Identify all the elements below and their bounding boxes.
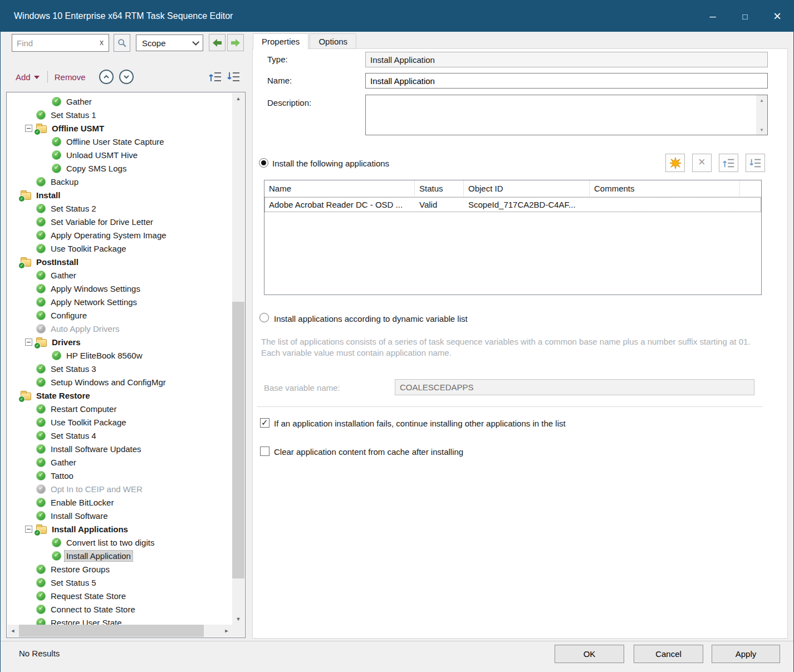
expand-all-button[interactable] [208,70,223,85]
ok-button[interactable]: OK [555,645,624,663]
tab-properties[interactable]: Properties [253,33,308,50]
name-input[interactable] [365,73,768,89]
description-input[interactable] [366,95,756,135]
tree-item[interactable]: Restore User State [7,616,232,625]
tree-item[interactable]: Setup Windows and ConfigMgr [7,375,232,389]
tree-item[interactable]: Set Variable for Drive Letter [7,215,232,228]
column-header-comments[interactable]: Comments [590,180,740,197]
scope-dropdown[interactable]: Scope [136,35,203,51]
step-success-icon [52,97,61,106]
find-next-button[interactable] [227,34,244,51]
tree-item[interactable]: Offline User State Capture [7,135,232,148]
tree-item-label: Apply Operating System Image [49,230,168,241]
search-button[interactable] [114,34,130,52]
tree-item[interactable]: Auto Apply Drivers [7,322,232,335]
scroll-right-icon[interactable]: ► [221,625,232,637]
column-header-object-id[interactable]: Object ID [464,180,590,197]
base-variable-label: Base variable name: [264,383,340,393]
move-application-up-button[interactable] [719,154,738,172]
tree-group[interactable]: Offline USMT [7,121,232,135]
tree-item[interactable]: Set Status 1 [7,108,232,121]
type-field: Install Application [365,52,768,67]
app-table-row[interactable]: Adobe Acrobat Reader DC - OSD ...ValidSc… [264,197,761,212]
tree-item[interactable]: Set Status 2 [7,202,232,215]
tree-item[interactable]: Gather [7,268,232,282]
move-step-up-button[interactable] [99,70,114,84]
tree-group[interactable]: Install [7,188,232,202]
chevron-down-icon [122,72,131,81]
tree-group[interactable]: PostInstall [7,255,232,268]
tree-item-label: Tattoo [49,470,75,481]
tree-item[interactable]: Apply Windows Settings [7,282,232,295]
clear-find-icon[interactable]: x [99,38,109,48]
remove-button[interactable]: Remove [55,72,86,82]
tree-item[interactable]: Convert list to two digits [7,536,232,549]
tree-group[interactable]: Install Applications [7,522,232,536]
clear-cache-checkbox[interactable] [260,447,269,456]
tree-horizontal-scrollbar[interactable]: ◄ ► [7,625,232,637]
scroll-up-icon[interactable]: ▲ [756,95,767,105]
tree-item[interactable]: Use Toolkit Package [7,415,232,429]
horizontal-scrollbar-thumb[interactable] [19,625,204,637]
step-success-icon [36,618,46,625]
tree-item-label: Opt In to CEIP and WER [49,484,144,494]
collapse-expander-icon[interactable] [25,339,32,346]
tree-item[interactable]: Request State Store [7,589,232,602]
continue-on-fail-checkbox[interactable] [260,418,269,428]
tree-item[interactable]: Install Application [7,549,232,562]
close-button[interactable]: × [761,1,793,32]
tree-vertical-scrollbar[interactable]: ▲ ▼ [232,93,244,625]
scroll-left-icon[interactable]: ◄ [7,625,18,637]
column-header-name[interactable]: Name [264,180,415,197]
cancel-button[interactable]: Cancel [634,645,703,663]
collapse-all-button[interactable] [226,70,241,85]
add-button[interactable]: Add [16,72,40,82]
tab-options[interactable]: Options [310,33,356,49]
find-input[interactable] [12,38,99,48]
move-application-down-button[interactable] [746,154,765,172]
tree-item[interactable]: Gather [7,455,232,469]
collapse-expander-icon[interactable] [25,526,32,533]
tree-item[interactable]: Gather [7,95,232,108]
tree-item[interactable]: Connect to State Store [7,602,232,616]
tree-item[interactable]: Apply Operating System Image [7,228,232,242]
install-following-radio[interactable] [259,158,268,168]
scroll-up-icon[interactable]: ▲ [232,93,244,104]
tree-item[interactable]: Set Status 3 [7,362,232,375]
tree-item[interactable]: HP EliteBook 8560w [7,349,232,362]
tree-item[interactable]: Configure [7,308,232,322]
tree-item[interactable]: Restart Computer [7,402,232,415]
tree-group[interactable]: State Restore [7,389,232,402]
tree-item[interactable]: Unload USMT Hive [7,148,232,161]
column-header-status[interactable]: Status [415,180,464,197]
tree-group[interactable]: Drivers [7,335,232,349]
tree-item[interactable]: Opt In to CEIP and WER [7,482,232,496]
delete-application-button[interactable]: × [692,154,712,172]
new-application-button[interactable] [665,154,685,172]
scroll-down-icon[interactable]: ▼ [232,614,244,625]
tree-item[interactable]: Install Software Updates [7,442,232,455]
tree-item[interactable]: Enable BitLocker [7,496,232,509]
tree-item[interactable]: Apply Network Settings [7,295,232,308]
tree-item[interactable]: Restore Groups [7,562,232,576]
tree-item[interactable]: Tattoo [7,469,232,482]
install-following-label: Install the following applications [272,159,389,168]
step-success-icon [36,565,46,574]
tree-item[interactable]: Set Status 4 [7,429,232,442]
maximize-button[interactable]: □ [729,1,761,32]
tree-item[interactable]: Backup [7,175,232,188]
vertical-scrollbar-thumb[interactable] [232,302,244,578]
find-previous-button[interactable] [209,34,226,51]
tree-item[interactable]: Install Software [7,509,232,522]
collapse-expander-icon[interactable] [25,125,32,132]
move-step-down-button[interactable] [119,70,134,84]
description-scrollbar[interactable]: ▲ ▼ [756,95,767,135]
tree-item[interactable]: Use Toolkit Package [7,242,232,255]
tree-item[interactable]: Copy SMS Logs [7,161,232,175]
dynamic-list-radio[interactable] [259,313,269,322]
apply-button[interactable]: Apply [712,645,780,663]
step-success-icon [36,458,46,467]
minimize-button[interactable]: – [697,1,729,32]
scroll-down-icon[interactable]: ▼ [756,125,767,135]
tree-item[interactable]: Set Status 5 [7,576,232,589]
